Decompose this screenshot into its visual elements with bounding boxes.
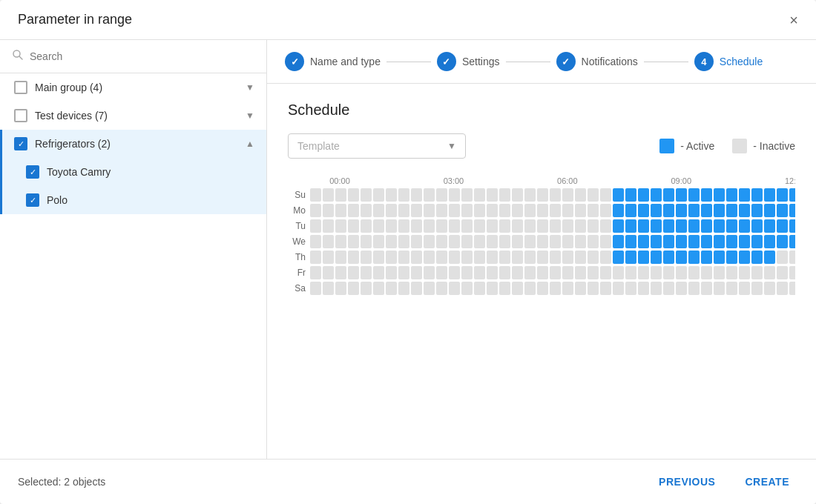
cell-Su-1[interactable] <box>323 188 334 202</box>
cell-Su-11[interactable] <box>449 188 460 202</box>
cell-Su-24[interactable] <box>613 188 624 202</box>
cell-Sa-24[interactable] <box>613 282 624 295</box>
checkbox-main-group[interactable] <box>14 81 27 94</box>
cell-We-7[interactable] <box>398 235 409 248</box>
cell-Mo-20[interactable] <box>562 204 573 217</box>
cell-Mo-14[interactable] <box>487 204 498 217</box>
cell-Tu-23[interactable] <box>600 219 611 233</box>
cell-Sa-20[interactable] <box>562 282 573 295</box>
cell-Tu-31[interactable] <box>701 219 712 233</box>
checkbox-test-devices[interactable] <box>14 109 27 122</box>
cell-Sa-33[interactable] <box>726 282 737 295</box>
cell-Su-30[interactable] <box>688 188 700 202</box>
cell-Mo-0[interactable] <box>310 204 321 217</box>
cell-Tu-18[interactable] <box>537 219 548 233</box>
cell-Sa-10[interactable] <box>436 282 447 295</box>
cell-Su-34[interactable] <box>739 188 750 202</box>
cell-Th-30[interactable] <box>688 251 700 264</box>
cell-Tu-34[interactable] <box>739 219 750 233</box>
cell-We-21[interactable] <box>575 235 586 248</box>
cell-Th-15[interactable] <box>499 251 510 264</box>
cell-Th-29[interactable] <box>676 251 687 264</box>
sidebar-item-main-group[interactable]: Main group (4)▼ <box>0 73 266 102</box>
cell-Th-25[interactable] <box>625 251 636 264</box>
cell-Sa-0[interactable] <box>310 282 321 295</box>
cell-Su-22[interactable] <box>588 188 599 202</box>
cell-Fr-12[interactable] <box>461 266 473 279</box>
cell-Fr-27[interactable] <box>651 266 662 279</box>
cell-We-19[interactable] <box>550 235 561 248</box>
cell-Sa-31[interactable] <box>701 282 712 295</box>
cell-Mo-30[interactable] <box>688 204 700 217</box>
cell-Tu-20[interactable] <box>562 219 573 233</box>
cell-Mo-27[interactable] <box>651 204 662 217</box>
cell-We-29[interactable] <box>676 235 687 248</box>
cell-Th-2[interactable] <box>335 251 346 264</box>
cell-Su-10[interactable] <box>436 188 447 202</box>
cell-We-4[interactable] <box>361 235 372 248</box>
cell-Fr-2[interactable] <box>335 266 346 279</box>
cell-We-10[interactable] <box>436 235 447 248</box>
cell-Th-3[interactable] <box>348 251 359 264</box>
close-button[interactable]: × <box>789 13 798 27</box>
cell-Th-4[interactable] <box>361 251 372 264</box>
cell-Tu-10[interactable] <box>436 219 447 233</box>
cell-Sa-4[interactable] <box>361 282 372 295</box>
cell-Tu-32[interactable] <box>714 219 725 233</box>
cell-Su-25[interactable] <box>625 188 636 202</box>
cell-Su-26[interactable] <box>638 188 649 202</box>
cell-Sa-14[interactable] <box>487 282 498 295</box>
cell-Tu-14[interactable] <box>487 219 498 233</box>
cell-We-27[interactable] <box>651 235 662 248</box>
cell-Sa-3[interactable] <box>348 282 359 295</box>
cell-We-18[interactable] <box>537 235 548 248</box>
cell-Fr-20[interactable] <box>562 266 573 279</box>
cell-Mo-38[interactable] <box>789 204 795 217</box>
cell-We-23[interactable] <box>600 235 611 248</box>
cell-Fr-1[interactable] <box>323 266 334 279</box>
cell-Sa-27[interactable] <box>651 282 662 295</box>
cell-Fr-18[interactable] <box>537 266 548 279</box>
cell-Mo-18[interactable] <box>537 204 548 217</box>
cell-We-1[interactable] <box>323 235 334 248</box>
sidebar-item-polo[interactable]: Polo <box>0 186 266 214</box>
cell-Tu-3[interactable] <box>348 219 359 233</box>
cell-Tu-13[interactable] <box>474 219 485 233</box>
cell-Tu-35[interactable] <box>751 219 763 233</box>
cell-Mo-36[interactable] <box>764 204 775 217</box>
cell-Th-28[interactable] <box>663 251 674 264</box>
cell-Mo-19[interactable] <box>550 204 561 217</box>
cell-We-5[interactable] <box>373 235 384 248</box>
cell-Su-17[interactable] <box>524 188 536 202</box>
cell-Fr-32[interactable] <box>714 266 725 279</box>
cell-We-34[interactable] <box>739 235 750 248</box>
cell-We-11[interactable] <box>449 235 460 248</box>
cell-Su-7[interactable] <box>398 188 409 202</box>
cell-Fr-22[interactable] <box>588 266 599 279</box>
cell-Mo-34[interactable] <box>739 204 750 217</box>
cell-Th-33[interactable] <box>726 251 737 264</box>
cell-Sa-1[interactable] <box>323 282 334 295</box>
cell-Su-20[interactable] <box>562 188 573 202</box>
cell-Mo-35[interactable] <box>751 204 763 217</box>
cell-Th-17[interactable] <box>524 251 536 264</box>
cell-Mo-17[interactable] <box>524 204 536 217</box>
cell-Su-29[interactable] <box>676 188 687 202</box>
cell-Mo-12[interactable] <box>461 204 473 217</box>
cell-Th-13[interactable] <box>474 251 485 264</box>
cell-Th-32[interactable] <box>714 251 725 264</box>
cell-Fr-16[interactable] <box>512 266 523 279</box>
cell-Th-1[interactable] <box>323 251 334 264</box>
cell-Sa-22[interactable] <box>588 282 599 295</box>
cell-We-14[interactable] <box>487 235 498 248</box>
cell-Sa-29[interactable] <box>676 282 687 295</box>
cell-Sa-17[interactable] <box>524 282 536 295</box>
cell-Mo-21[interactable] <box>575 204 586 217</box>
checkbox-toyota-camry[interactable] <box>26 165 39 179</box>
cell-Sa-36[interactable] <box>764 282 775 295</box>
cell-Su-4[interactable] <box>361 188 372 202</box>
cell-Fr-13[interactable] <box>474 266 485 279</box>
cell-We-9[interactable] <box>424 235 435 248</box>
cell-Mo-29[interactable] <box>676 204 687 217</box>
cell-Su-21[interactable] <box>575 188 586 202</box>
